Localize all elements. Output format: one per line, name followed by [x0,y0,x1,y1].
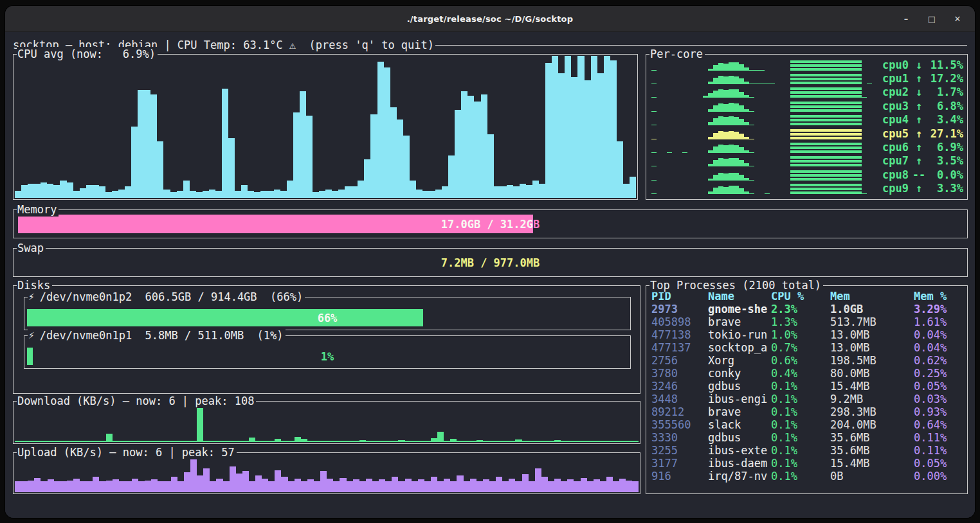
chart-bar [197,475,203,492]
chart-bar [851,100,857,112]
chart-bar [532,181,539,198]
chart-bar [470,441,476,442]
chart-bar [390,107,397,198]
chart-bar [151,441,158,442]
process-cpu: 1.0% [771,328,830,341]
chart-bar [306,116,313,198]
chart-bar [744,95,749,98]
process-name: gdbus [708,380,771,393]
chart-bar [851,141,857,153]
process-mem: 13.0MB [830,328,914,341]
cpu5-history-chart [651,128,877,139]
process-row: 477137socktop_a0.7%13.0MB0.04% [651,341,963,354]
chart-bar [288,481,295,492]
process-mem: 13.0MB [830,341,914,354]
chart-bar [325,190,332,198]
chart-bar [47,184,53,198]
core-name: cpu9 [882,182,912,195]
chart-bar [450,481,457,492]
cpu-avg-chart [15,56,636,198]
chart-bar [281,441,287,442]
chart-bar [314,481,320,492]
chart-bar [713,146,718,153]
minimize-icon[interactable]: – [898,10,914,27]
cpu6-history-chart [651,141,877,153]
chart-bar [821,169,826,181]
process-mem-pct: 0.93% [914,405,963,418]
chart-bar [826,114,831,125]
chart-bar [184,441,190,442]
chart-bar [125,481,132,492]
process-pid: 3448 [651,393,708,405]
chart-bar [851,155,857,166]
core-row-cpu6: cpu6↑6.9% [651,140,963,154]
chart-bar [21,441,28,442]
maximize-icon[interactable]: □ [923,10,940,27]
chart-bar [708,109,713,112]
process-row: 3330gdbus0.1%35.6MB0.11% [651,431,963,444]
process-cpu: 0.1% [771,444,830,457]
chart-bar [708,69,713,71]
core-row-cpu7: cpu7↑3.5% [651,154,963,168]
chart-bar [682,152,687,153]
chart-bar [801,169,806,181]
chart-bar [431,477,437,492]
chart-bar [836,59,841,71]
chart-bar [410,181,416,198]
upload-title: Upload (KB/s) — now: 6 | peak: 57 [17,445,237,459]
core-name: cpu6 [882,141,912,154]
disk-2-label: /dev/nvme0n1p1 5.8MB / 511.0MB (1%) [40,328,284,342]
cpu1-label: cpu1↑17.2% [882,72,963,85]
process-mem: 80.0MB [830,367,914,380]
chart-bar [585,80,591,198]
process-mem-pct: 3.29% [914,303,963,315]
chart-bar [287,181,293,198]
chart-bar [790,182,795,194]
chart-bar [795,141,801,153]
chart-bar [749,70,754,71]
process-row: 3246gdbus0.1%15.4MB0.05% [651,380,963,393]
chart-bar [841,114,846,125]
cpu2-history-chart [651,86,877,98]
cpu8-label: cpu8--0.0% [882,168,963,181]
chart-bar [99,481,105,492]
core-name: cpu2 [882,85,912,98]
trend-arrow-icon: ↑ [912,113,926,126]
chart-bar [851,59,857,71]
chart-bar [481,94,487,198]
chart-bar [398,440,404,442]
chart-bar [455,110,461,198]
chart-bar [729,173,734,181]
chart-bar [338,190,345,198]
process-mem-pct: 0.04% [914,328,963,341]
chart-bar [165,441,171,442]
trend-arrow-icon: -- [912,168,926,181]
chart-bar [811,128,816,139]
chart-bar [831,73,836,84]
chart-bar [307,479,314,492]
chart-bar [857,182,862,194]
chart-bar [347,481,353,492]
chart-bar [483,441,489,442]
chart-bar [113,441,119,442]
chart-bar [196,192,203,198]
chart-bar [667,152,672,153]
chart-bar [826,169,831,181]
close-icon[interactable]: ✕ [949,10,966,27]
window-titlebar[interactable]: ./target/release/soc ~/D/G/socktop – □ ✕ [5,6,975,32]
chart-bar [811,86,816,98]
chart-bar [28,441,34,442]
process-mem-pct: 0.64% [914,418,963,431]
chart-bar [60,481,67,492]
chart-bar [795,59,801,71]
chart-bar [821,86,826,98]
chart-bar [749,180,754,181]
chart-bar [93,185,99,198]
chart-bar [366,441,372,442]
chart-bar [795,169,801,181]
chart-bar [210,481,216,492]
cpu0-label: cpu0↓11.5% [882,58,963,71]
chart-bar [708,137,713,139]
chart-bar [300,91,306,198]
chart-bar [249,481,255,492]
